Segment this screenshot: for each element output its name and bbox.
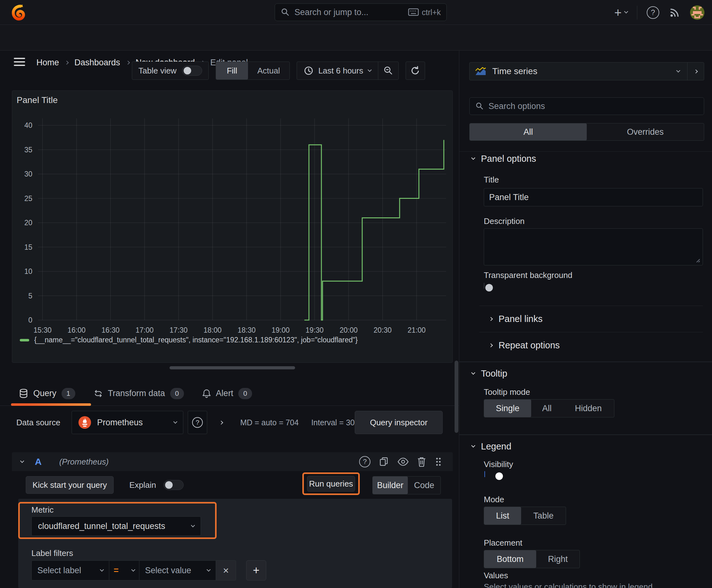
explain-toggle[interactable] bbox=[164, 480, 184, 490]
query-help-icon[interactable]: ? bbox=[359, 456, 370, 467]
placement-label: Placement bbox=[484, 538, 522, 548]
query-inspector-button[interactable]: Query inspector bbox=[355, 411, 443, 434]
legend-mode-switch: List Table bbox=[484, 507, 566, 525]
open-viz-list-button[interactable] bbox=[688, 70, 704, 73]
select-label-dropdown[interactable]: Select label bbox=[31, 560, 109, 581]
top-nav: Search or jump to... ctrl+k + ? bbox=[0, 0, 712, 25]
tab-query[interactable]: Query 1 bbox=[19, 388, 75, 399]
placement-bottom-option[interactable]: Bottom bbox=[484, 550, 536, 568]
remove-filter-button[interactable]: × bbox=[216, 560, 236, 581]
datasource-help-button[interactable]: ? bbox=[188, 411, 207, 434]
legend-list-option[interactable]: List bbox=[484, 507, 521, 525]
run-queries-button[interactable]: Run queries bbox=[307, 476, 355, 491]
new-menu-button[interactable]: + bbox=[614, 6, 628, 19]
placement-right-option[interactable]: Right bbox=[536, 550, 580, 568]
legend-section[interactable]: Legend bbox=[472, 441, 511, 452]
collapse-query-icon[interactable] bbox=[20, 459, 24, 463]
tab-transform[interactable]: Transform data 0 bbox=[93, 388, 184, 399]
legend-table-option[interactable]: Table bbox=[521, 507, 566, 525]
editor-splitter-handle[interactable] bbox=[170, 366, 295, 370]
options-sidebar: Time series Search options All Overrides… bbox=[459, 50, 712, 588]
chevron-down-icon bbox=[471, 156, 475, 160]
builder-option[interactable]: Builder bbox=[373, 477, 408, 494]
metric-value: cloudflared_tunnel_total_requests bbox=[38, 521, 192, 531]
query-ref-id[interactable]: A bbox=[35, 456, 42, 467]
search-options[interactable]: Search options bbox=[469, 97, 704, 115]
tooltip-hidden-option[interactable]: Hidden bbox=[563, 400, 614, 417]
repeat-options-heading: Repeat options bbox=[498, 340, 560, 351]
global-search[interactable]: Search or jump to... ctrl+k bbox=[275, 3, 447, 21]
interval: Interval = 30s bbox=[311, 418, 359, 427]
tooltip-heading: Tooltip bbox=[481, 369, 507, 379]
tooltip-section[interactable]: Tooltip bbox=[472, 369, 507, 379]
max-data-points: MD = auto = 704 bbox=[240, 418, 299, 427]
refresh-button[interactable] bbox=[406, 62, 425, 80]
datasource-picker[interactable]: Prometheus bbox=[71, 411, 184, 434]
metric-select[interactable]: cloudflared_tunnel_total_requests bbox=[31, 517, 201, 536]
breadcrumb-dashboards[interactable]: Dashboards bbox=[74, 58, 120, 67]
datasource-name: Prometheus bbox=[97, 418, 168, 427]
news-rss-icon[interactable] bbox=[669, 6, 681, 19]
title-input[interactable] bbox=[484, 188, 703, 206]
tooltip-all-option[interactable]: All bbox=[531, 400, 563, 417]
viz-picker[interactable]: Time series bbox=[469, 62, 704, 80]
tab-alert[interactable]: Alert 0 bbox=[202, 388, 253, 399]
resize-handle-icon[interactable] bbox=[695, 258, 700, 263]
chevron-down-icon bbox=[173, 420, 177, 424]
trash-icon[interactable] bbox=[417, 456, 426, 467]
chevron-right-icon[interactable] bbox=[219, 421, 223, 425]
tooltip-single-option[interactable]: Single bbox=[484, 400, 531, 417]
chevron-down-icon bbox=[100, 568, 104, 572]
svg-text:10: 10 bbox=[24, 267, 33, 275]
close-icon: × bbox=[223, 565, 229, 576]
visibility-toggle[interactable] bbox=[484, 471, 485, 477]
tooltip-mode-label: Tooltip mode bbox=[484, 387, 530, 397]
plus-icon: + bbox=[253, 564, 259, 577]
tab-query-label: Query bbox=[33, 388, 57, 398]
breadcrumb-home[interactable]: Home bbox=[37, 58, 59, 67]
panel-options-section[interactable]: Panel options bbox=[472, 153, 536, 164]
grafana-logo[interactable] bbox=[11, 4, 27, 21]
query-row-header[interactable]: A (Prometheus) ? bbox=[12, 452, 453, 471]
code-option[interactable]: Code bbox=[408, 477, 440, 494]
duplicate-icon[interactable] bbox=[379, 456, 389, 467]
tab-overrides[interactable]: Overrides bbox=[587, 123, 704, 141]
help-icon[interactable]: ? bbox=[647, 6, 659, 19]
chevron-down-icon bbox=[624, 9, 628, 14]
query-builder-body: Metric cloudflared_tunnel_total_requests… bbox=[18, 499, 452, 588]
operator-dropdown[interactable]: = bbox=[109, 560, 139, 581]
scrollbar-thumb[interactable] bbox=[455, 361, 458, 433]
legend-series-swatch[interactable] bbox=[20, 339, 29, 341]
legend-series-label[interactable]: {__name__="cloudflared_tunnel_total_requ… bbox=[34, 336, 358, 344]
svg-text:40: 40 bbox=[24, 121, 33, 129]
alert-count-badge: 0 bbox=[238, 388, 252, 399]
avatar[interactable] bbox=[690, 5, 705, 20]
chevron-down-icon bbox=[368, 68, 372, 72]
time-series-chart[interactable]: 051015202530354015:3016:0016:3017:0017:3… bbox=[12, 91, 452, 334]
time-range-picker[interactable]: Last 6 hours bbox=[297, 62, 378, 80]
kick-start-button[interactable]: Kick start your query bbox=[26, 476, 114, 494]
fill-option[interactable]: Fill bbox=[216, 62, 248, 80]
transparent-bg-label: Transparent background bbox=[484, 270, 572, 280]
repeat-options-section[interactable]: Repeat options bbox=[490, 340, 560, 351]
menu-toggle[interactable] bbox=[14, 58, 25, 66]
panel-links-section[interactable]: Panel links bbox=[490, 314, 542, 324]
panel-preview: Panel Title 051015202530354015:3016:0016… bbox=[12, 90, 453, 363]
chevron-down-icon bbox=[191, 523, 195, 527]
table-view-toggle[interactable] bbox=[182, 66, 202, 76]
transparent-bg-toggle[interactable] bbox=[484, 283, 484, 289]
search-shortcut: ctrl+k bbox=[422, 8, 441, 17]
svg-text:17:30: 17:30 bbox=[170, 326, 188, 334]
svg-text:20: 20 bbox=[24, 218, 33, 227]
eye-icon[interactable] bbox=[397, 457, 409, 466]
datasource-label: Data source bbox=[16, 418, 60, 427]
add-filter-button[interactable]: + bbox=[246, 560, 266, 581]
select-value-dropdown[interactable]: Select value bbox=[139, 560, 216, 581]
description-label: Description bbox=[484, 216, 524, 226]
tab-alert-label: Alert bbox=[216, 388, 234, 398]
description-textarea[interactable] bbox=[484, 228, 703, 266]
zoom-out-button[interactable] bbox=[378, 62, 398, 80]
tab-all[interactable]: All bbox=[470, 123, 587, 141]
actual-option[interactable]: Actual bbox=[248, 66, 289, 76]
drag-handle-icon[interactable] bbox=[434, 456, 442, 467]
